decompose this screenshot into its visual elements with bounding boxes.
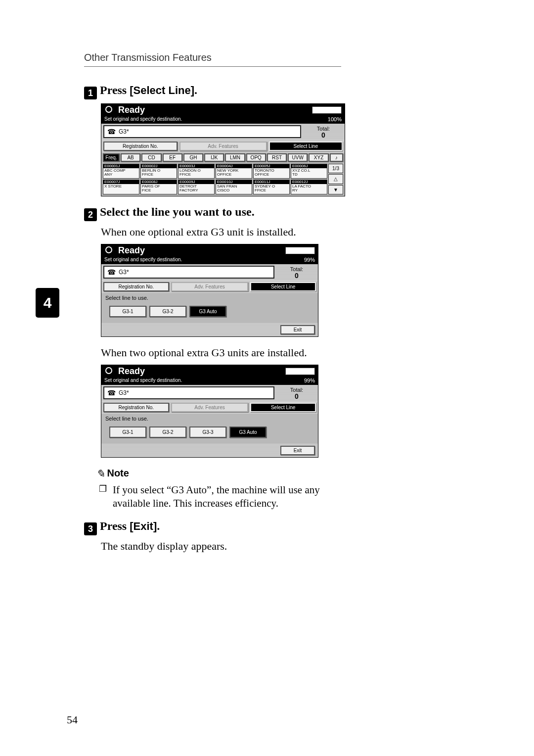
total-counter: Total: 0	[304, 125, 343, 139]
g3-indicator: G3*	[119, 269, 129, 276]
alpha-cd[interactable]: CD	[141, 153, 161, 162]
dest-cell[interactable]: E00004JNEW YORK OFFICE	[216, 164, 252, 179]
memory-percent: 100%	[328, 116, 342, 122]
exit-button[interactable]: Exit	[280, 325, 315, 334]
dest-cell[interactable]: E00011JSYDNEY O FFICE	[253, 180, 290, 194]
freq-tab[interactable]: Freq.	[103, 153, 120, 162]
step-2-body-2: When two optional extra G3 units are ins…	[101, 346, 343, 360]
dest-cell[interactable]: E00002JBERLIN O FFICE	[140, 164, 177, 179]
dial-input[interactable]: ☎ G3*	[103, 266, 274, 279]
g3-auto-button[interactable]: G3 Auto	[189, 306, 226, 317]
g3-2-button[interactable]: G3-2	[149, 306, 186, 317]
destination-grid: E00001JABC COMP ANY E00002JBERLIN O FFIC…	[101, 163, 345, 196]
dest-cell[interactable]: E00005JTORONTO OFFICE	[253, 164, 290, 179]
running-head: Other Transmission Features	[84, 52, 341, 67]
alpha-lmn[interactable]: LMN	[225, 153, 245, 162]
dial-input[interactable]: ☎ G3*	[103, 386, 274, 399]
g3-indicator: G3*	[119, 389, 129, 396]
total-counter: Total: 0	[277, 386, 316, 400]
subtitle-text: Set original and specify destination.	[104, 257, 182, 263]
dest-cell[interactable]: E00003JLONDON O FFICE	[178, 164, 215, 179]
page-up-button[interactable]: △	[328, 174, 343, 184]
select-line-button[interactable]: Select Line	[250, 403, 316, 412]
page-down-button[interactable]: ▼	[328, 185, 343, 194]
information-button[interactable]: Information	[285, 247, 315, 254]
pencil-icon: ✎	[96, 468, 105, 480]
dest-cell[interactable]: E00010JSAN FRAN CISCO	[216, 180, 252, 194]
led-icon	[105, 106, 112, 113]
led-icon	[105, 367, 112, 374]
phone-icon: ☎	[107, 128, 116, 136]
information-button[interactable]: Information	[285, 368, 315, 375]
step-1-text-c: .	[194, 84, 197, 96]
adv-features-button: Adv. Features	[179, 142, 267, 151]
adv-features-button: Adv. Features	[171, 282, 249, 291]
page-number: 54	[67, 713, 78, 726]
adv-features-button: Adv. Features	[171, 403, 249, 412]
g3-auto-button[interactable]: G3 Auto	[229, 426, 267, 438]
dest-cell[interactable]: E00009JDETROIT FACTORY	[178, 180, 215, 194]
screenshot-2: Ready Information Set original and speci…	[101, 244, 475, 337]
dest-cell[interactable]: E00012JLA FACTO RY	[291, 180, 327, 194]
step-3-text-b: [Exit]	[130, 520, 157, 532]
phone-icon: ☎	[107, 389, 116, 397]
dest-cell[interactable]: E00008JPARIS OF FICE	[140, 180, 177, 194]
alpha-uvw[interactable]: UVW	[288, 153, 308, 162]
step-2-body-1: When one optional extra G3 unit is insta…	[101, 225, 343, 239]
alpha-rst[interactable]: RST	[267, 153, 287, 162]
step-3-body: The standby display appears.	[101, 539, 343, 553]
step-3-heading: 3 Press [Exit].	[84, 520, 475, 535]
g3-indicator: G3*	[119, 128, 129, 135]
dest-cell[interactable]: E00001JABC COMP ANY	[103, 164, 139, 179]
status-ready: Ready	[118, 105, 145, 115]
alpha-xyz[interactable]: XYZ	[309, 153, 328, 162]
alpha-ef[interactable]: EF	[163, 153, 182, 162]
step-2-text: Select the line you want to use.	[100, 205, 255, 218]
registration-no-button[interactable]: Registration No.	[103, 403, 169, 412]
alpha-opq[interactable]: OPQ	[246, 153, 266, 162]
select-line-label: Select line to use.	[104, 415, 315, 426]
exit-button[interactable]: Exit	[280, 446, 315, 455]
alpha-ijk[interactable]: IJK	[204, 153, 224, 162]
select-line-button[interactable]: Select Line	[250, 282, 316, 291]
chapter-tab: 4	[36, 288, 59, 318]
g3-3-button[interactable]: G3-3	[189, 426, 226, 438]
g3-2-button[interactable]: G3-2	[149, 426, 186, 438]
step-3-text-a: Press	[100, 520, 130, 532]
alpha-ab[interactable]: AB	[121, 153, 140, 162]
led-icon	[105, 246, 112, 253]
registration-no-button[interactable]: Registration No.	[103, 282, 169, 291]
memory-percent: 99%	[304, 257, 315, 263]
step-1-text-b: [Select Line]	[130, 84, 194, 96]
step-3-badge: 3	[84, 522, 97, 535]
subtitle-text: Set original and specify destination.	[104, 378, 182, 383]
g3-1-button[interactable]: G3-1	[109, 306, 146, 317]
status-ready: Ready	[118, 245, 145, 256]
alpha-gh[interactable]: GH	[183, 153, 203, 162]
screenshot-3: Ready Information Set original and speci…	[101, 365, 475, 458]
total-counter: Total: 0	[277, 266, 316, 279]
note-body: If you select “G3 Auto”, the machine wil…	[113, 483, 345, 510]
note-heading: ✎ Note	[96, 468, 475, 480]
tone-button[interactable]: ♪	[330, 153, 343, 162]
step-2-heading: 2 Select the line you want to use.	[84, 205, 475, 221]
step-1-text-a: Press	[100, 84, 130, 96]
step-2-badge: 2	[84, 208, 97, 221]
subtitle-text: Set original and specify destination.	[104, 116, 182, 122]
dest-cell[interactable]: E00007JX STORE	[103, 180, 139, 194]
dial-input[interactable]: ☎ G3*	[103, 125, 301, 138]
step-1-heading: 1 Press [Select Line].	[84, 84, 475, 99]
phone-icon: ☎	[107, 268, 116, 276]
select-line-button[interactable]: Select Line	[269, 142, 343, 151]
dest-cell[interactable]: E00006JXYZ CO.L TD	[291, 164, 327, 179]
note-label: Note	[107, 468, 129, 478]
registration-no-button[interactable]: Registration No.	[103, 142, 178, 151]
page-indicator: 1/3	[328, 164, 343, 173]
status-ready: Ready	[118, 366, 145, 377]
memory-percent: 99%	[304, 378, 315, 383]
select-line-label: Select line to use.	[104, 294, 315, 306]
g3-1-button[interactable]: G3-1	[109, 426, 146, 438]
screenshot-1: Ready Information Set original and speci…	[101, 103, 475, 196]
step-3-text-c: .	[157, 520, 160, 532]
information-button[interactable]: Information	[312, 106, 342, 114]
